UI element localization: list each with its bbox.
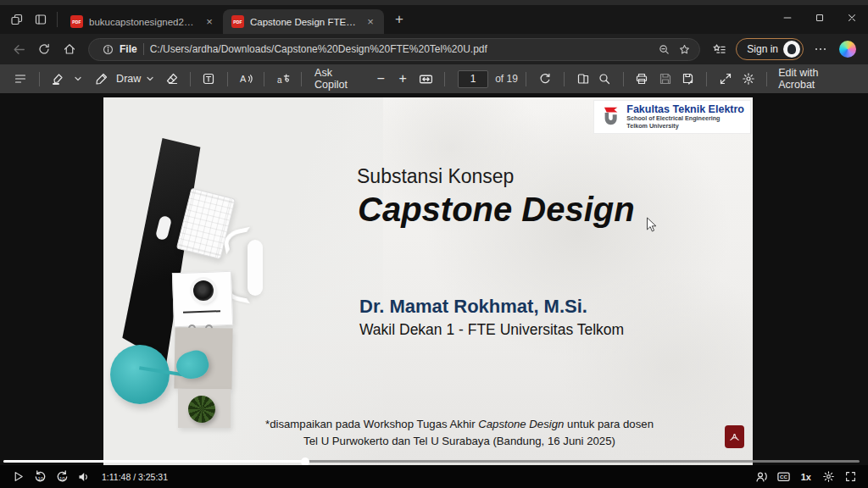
tab-title: bukucapstonesigned2024.pdf [89,17,197,27]
refresh-icon[interactable] [32,37,56,61]
zoom-indicator-icon[interactable] [654,39,674,59]
closed-captions-icon[interactable]: CC [775,468,793,486]
home-icon[interactable] [58,37,81,61]
svg-text:CC: CC [780,474,787,480]
acrobat-extension-button[interactable] [725,425,744,448]
page-count-label: of 19 [495,73,518,85]
edit-with-acrobat-label: Edit with Acrobat [778,67,854,91]
zoom-out-button[interactable]: − [370,69,391,89]
divider [227,72,228,86]
rotate-icon[interactable] [534,68,556,90]
video-control-bar: 10 10 1:11:48 / 3:25:31 CC 1x [0,465,868,488]
footnote-text: Tel U Purwokerto dan Tel U Surabaya (Ban… [303,435,615,447]
eraser-icon[interactable] [161,68,182,90]
chevron-down-icon[interactable] [67,68,88,90]
save-as-icon[interactable] [677,68,698,90]
rewind-10-icon[interactable]: 10 [31,468,49,486]
page-view-icon[interactable] [572,68,594,90]
lamp-shape [110,345,170,404]
address-bar-row: File C:/Users/ardha/Downloads/Capstone%2… [0,34,868,64]
playback-speed-button[interactable]: 1x [797,472,815,482]
tab-title: Capstone Design FTE Tel U.pdf [250,17,358,27]
url-text: C:/Users/ardha/Downloads/Capstone%20Desi… [150,43,654,55]
video-progress-bar[interactable] [0,457,868,465]
footnote-text: untuk para dosen [564,418,654,430]
translate-icon[interactable]: a [272,68,293,90]
draw-button[interactable]: Draw [90,68,159,90]
maximize-button[interactable] [804,5,836,30]
edit-with-acrobat-button[interactable]: Edit with Acrobat [775,68,858,90]
favorite-star-icon[interactable] [674,39,694,59]
tab-bukucapstonesigned[interactable]: PDF bukucapstonesigned2024.pdf × [62,9,223,34]
pdf-toolbar: Draw A a Ask Copilot − + of 19 [0,64,868,93]
footnote-text: *disampaikan pada Workshop Tugas Akhir [265,418,478,430]
add-text-icon[interactable] [198,68,220,90]
new-tab-button[interactable]: + [387,8,411,30]
fullscreen-icon[interactable] [841,468,860,486]
tab-actions-icon[interactable] [29,8,53,30]
video-progress-knob[interactable] [301,458,309,466]
video-progress-played [3,460,305,463]
pdf-favicon: PDF [231,15,244,28]
read-aloud-icon[interactable]: A [236,68,257,90]
volume-icon[interactable] [75,468,93,486]
close-icon[interactable]: × [203,15,216,28]
copilot-icon[interactable] [839,41,856,58]
page-number-input[interactable] [458,70,488,88]
audio-description-icon[interactable] [753,468,771,486]
protocol-label: File [120,43,137,55]
svg-text:A: A [240,74,247,84]
mouse-cursor [646,217,658,237]
divider [444,72,445,86]
print-icon[interactable] [632,68,653,90]
gear-icon[interactable] [737,68,759,90]
video-progress-track[interactable] [3,460,860,463]
play-icon[interactable] [8,468,27,486]
divider [706,72,707,86]
url-field[interactable]: File C:/Users/ardha/Downloads/Capstone%2… [88,38,700,61]
plant-shape [188,396,215,423]
sign-in-button[interactable]: Sign in [736,38,804,60]
favorites-list-icon[interactable] [707,37,731,61]
draw-label: Draw [113,73,144,85]
close-window-button[interactable] [836,5,868,30]
ask-copilot-label: Ask Copilot [314,67,365,91]
divider [766,72,767,86]
expand-icon[interactable] [715,68,736,90]
close-icon[interactable]: × [364,15,377,28]
chevron-down-icon [146,75,154,83]
svg-text:10: 10 [37,476,43,481]
video-settings-gear-icon[interactable] [819,468,837,486]
logo-title: Fakultas Teknik Elektro [626,104,744,115]
workspaces-icon[interactable] [5,8,29,30]
slide-footnote: *disampaikan pada Workshop Tugas Akhir C… [258,416,661,451]
pdf-viewport[interactable]: Fakultas Teknik Elektro School of Electr… [0,93,868,488]
slide-author: Dr. Mamat Rokhmat, M.Si. [359,296,587,318]
back-icon[interactable] [7,37,31,61]
telkom-university-logo-icon [600,104,621,130]
zoom-in-button[interactable]: + [392,69,413,89]
avatar [783,41,800,58]
coffee-cup-shape [193,280,214,301]
window-controls [771,5,868,30]
site-info-icon[interactable] [97,39,118,59]
divider [57,12,58,27]
svg-text:a: a [277,75,282,85]
minimize-button[interactable] [771,5,804,30]
desk-photo [103,97,383,467]
forward-10-icon[interactable]: 10 [53,468,71,486]
divider [301,72,302,86]
divider [39,72,40,86]
svg-text:10: 10 [59,476,65,481]
tab-capstone-design[interactable]: PDF Capstone Design FTE Tel U.pdf × [223,9,384,34]
settings-more-icon[interactable] [809,37,832,61]
highlighter-icon[interactable] [47,68,69,90]
fit-width-icon[interactable] [415,68,437,90]
pdf-favicon: PDF [70,15,83,28]
ask-copilot-button[interactable]: Ask Copilot [309,68,370,90]
search-icon[interactable] [594,68,615,90]
slide-subtitle: Substansi Konsep [357,165,514,188]
save-icon[interactable] [654,68,676,90]
divider [623,72,624,86]
table-of-contents-icon[interactable] [10,68,31,90]
